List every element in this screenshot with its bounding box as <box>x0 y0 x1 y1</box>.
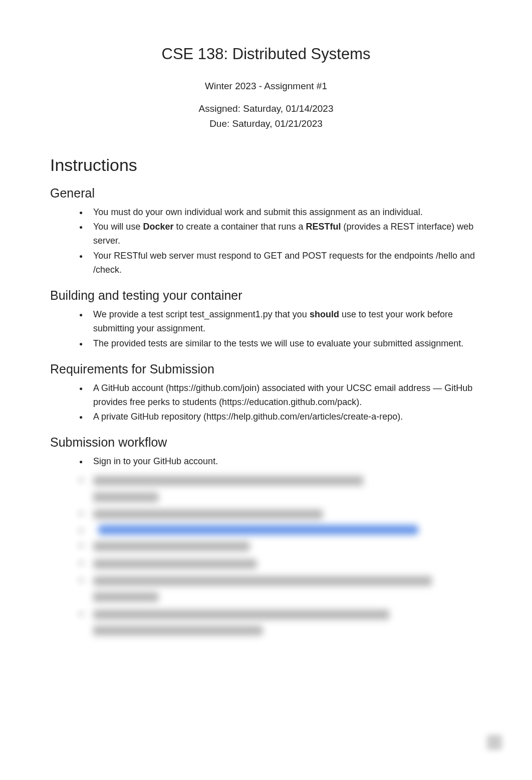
document-title: CSE 138: Distributed Systems <box>50 45 482 63</box>
document-subtitle-group: Winter 2023 - Assignment #1 Assigned: Sa… <box>50 79 482 131</box>
list-item: A GitHub account (https://github.com/joi… <box>79 381 482 410</box>
building-heading: Building and testing your container <box>50 288 482 303</box>
general-list: You must do your own individual work and… <box>50 206 482 277</box>
list-item: The provided tests are similar to the te… <box>79 337 482 351</box>
blurred-submission-steps: xxxxx xxxxxxx xxxxxxxxxx xxx xxxxxxxxxx … <box>50 473 482 639</box>
blurred-list-item: xxxxx x xxxxxxxxxx xxxxx xxxxxxx xxxx xx… <box>79 573 482 606</box>
blurred-list-item: xxxx xxx xxx xx xxxxxx x xxxxxxxxxxx xx … <box>79 506 482 522</box>
blurred-list-item: xxx xxx xxxxxxx xxxx xx xxxx xxxxxxxxxx <box>79 556 482 572</box>
bold-text: should <box>310 309 339 319</box>
blurred-list-item: xxxxxx xxxx xxxx xxxxxxx xxxx xxxxxxxx x… <box>79 607 482 639</box>
requirements-heading: Requirements for Submission <box>50 362 482 376</box>
building-list: We provide a test script test_assignment… <box>50 308 482 351</box>
text: You will use <box>93 222 143 232</box>
submission-heading: Submission workflow <box>50 435 482 450</box>
blurred-list-item: xxxxx xxxxx xxxxxx xxxxxxxxxxx xxx xxxxx… <box>79 523 482 537</box>
list-item: Sign in to your GitHub account. <box>79 455 482 469</box>
blurred-list-item: xxxxx xxxx xxxxxxxxxx xx xxxx xxxxxxx <box>79 538 482 554</box>
bold-text: Docker <box>143 222 173 232</box>
text: We provide a test script test_assignment… <box>93 309 310 319</box>
list-item: We provide a test script test_assignment… <box>79 308 482 336</box>
requirements-list: A GitHub account (https://github.com/joi… <box>50 381 482 425</box>
due-line: Due: Saturday, 01/21/2023 <box>50 117 482 131</box>
page-corner-indicator <box>487 735 502 750</box>
list-item: Your RESTful web server must respond to … <box>79 249 482 277</box>
general-heading: General <box>50 186 482 201</box>
submission-list: Sign in to your GitHub account. <box>50 455 482 469</box>
assigned-line: Assigned: Saturday, 01/14/2023 <box>50 102 482 116</box>
list-item: A private GitHub repository (https://hel… <box>79 410 482 424</box>
list-item: You will use Docker to create a containe… <box>79 220 482 248</box>
bold-text: RESTful <box>306 222 341 232</box>
instructions-heading: Instructions <box>50 155 482 175</box>
list-item: You must do your own individual work and… <box>79 206 482 220</box>
text: to create a container that runs a <box>173 222 306 232</box>
term-line: Winter 2023 - Assignment #1 <box>50 79 482 94</box>
blurred-list-item: xxxxx xxxxxxx xxxxxxxxxx xxx xxxxxxxxxx … <box>79 473 482 505</box>
